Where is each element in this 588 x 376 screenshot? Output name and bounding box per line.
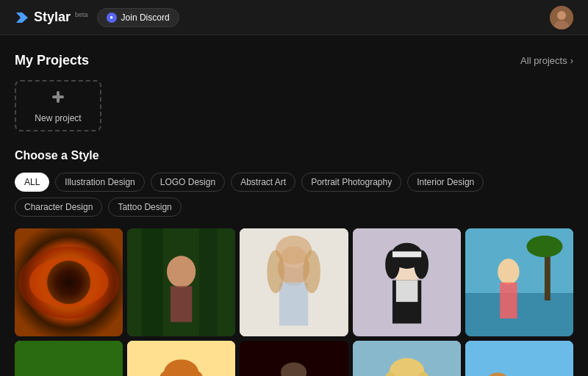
grid-item-beach[interactable] bbox=[465, 228, 573, 336]
grid-image-forest-girl bbox=[127, 228, 235, 336]
dark-fantasy-svg bbox=[240, 341, 348, 376]
all-projects-label: All projects bbox=[520, 55, 567, 66]
grid-image-fairy bbox=[15, 341, 123, 376]
fairy-svg bbox=[15, 341, 123, 376]
logo-beta: beta bbox=[75, 11, 88, 18]
filter-logo[interactable]: LOGO Design bbox=[151, 173, 225, 192]
svg-rect-5 bbox=[52, 95, 64, 98]
grid-image-animated bbox=[465, 341, 573, 376]
grid-item-blonde-kid[interactable] bbox=[353, 341, 461, 376]
new-project-plus-icon bbox=[50, 89, 66, 109]
grid-item-eye[interactable] bbox=[15, 228, 123, 336]
join-discord-button[interactable]: ● Join Discord bbox=[97, 8, 179, 27]
logo-text: Stylar bbox=[34, 10, 71, 25]
grid-image-eye bbox=[15, 228, 123, 336]
style-filters: ALL Illustration Design LOGO Design Abst… bbox=[15, 173, 573, 217]
svg-rect-19 bbox=[279, 283, 308, 326]
cute-girl-svg bbox=[127, 341, 235, 376]
svg-rect-36 bbox=[500, 283, 517, 319]
projects-section-title: My Projects bbox=[15, 53, 89, 68]
logo-icon bbox=[15, 10, 31, 26]
style-image-grid bbox=[15, 228, 573, 376]
grid-item-anime-maid[interactable] bbox=[353, 228, 461, 336]
grid-item-fairy[interactable] bbox=[15, 341, 123, 376]
new-project-label: New project bbox=[35, 113, 81, 123]
svg-point-21 bbox=[268, 250, 285, 293]
grid-image-blonde-kid bbox=[353, 341, 461, 376]
header: Stylar beta ● Join Discord bbox=[0, 0, 588, 35]
svg-point-8 bbox=[51, 264, 87, 300]
grid-image-anime-maid bbox=[353, 228, 461, 336]
header-left: Stylar beta ● Join Discord bbox=[15, 8, 179, 27]
svg-rect-30 bbox=[392, 251, 421, 257]
svg-point-34 bbox=[526, 236, 562, 257]
animated-svg bbox=[465, 341, 573, 376]
svg-rect-15 bbox=[171, 286, 192, 322]
svg-point-9 bbox=[58, 272, 79, 293]
grid-item-forest-girl[interactable] bbox=[127, 228, 235, 336]
main-content: My Projects All projects › New project C… bbox=[0, 35, 588, 376]
plus-icon-svg bbox=[50, 89, 66, 105]
grid-image-dark-fantasy bbox=[240, 341, 348, 376]
svg-point-7 bbox=[29, 257, 109, 308]
eye-svg bbox=[15, 228, 123, 336]
discord-icon: ● bbox=[107, 12, 117, 23]
new-project-card[interactable]: New project bbox=[15, 80, 101, 131]
watercolor-svg bbox=[240, 228, 348, 336]
user-avatar-image bbox=[550, 6, 573, 29]
svg-rect-31 bbox=[465, 228, 573, 293]
grid-item-cute-girl[interactable] bbox=[127, 341, 235, 376]
svg-point-35 bbox=[498, 258, 519, 284]
filter-character[interactable]: Character Design bbox=[15, 198, 102, 217]
all-projects-arrow: › bbox=[570, 55, 573, 66]
projects-section-header: My Projects All projects › bbox=[15, 53, 573, 68]
logo[interactable]: Stylar beta bbox=[15, 10, 88, 26]
svg-point-10 bbox=[71, 275, 77, 281]
svg-rect-32 bbox=[465, 293, 573, 336]
svg-rect-12 bbox=[142, 228, 163, 336]
style-section-title: Choose a Style bbox=[15, 149, 573, 162]
svg-rect-37 bbox=[15, 341, 123, 376]
filter-abstract[interactable]: Abstract Art bbox=[231, 173, 295, 192]
forest-girl-svg bbox=[127, 228, 235, 336]
filter-interior[interactable]: Interior Design bbox=[407, 173, 484, 192]
svg-point-22 bbox=[304, 250, 321, 293]
all-projects-link[interactable]: All projects › bbox=[520, 55, 573, 66]
grid-item-dark-fantasy[interactable] bbox=[240, 341, 348, 376]
grid-image-watercolor bbox=[240, 228, 348, 336]
beach-svg bbox=[465, 228, 573, 336]
svg-rect-65 bbox=[465, 341, 573, 376]
svg-rect-26 bbox=[395, 281, 417, 302]
anime-maid-svg bbox=[353, 228, 461, 336]
grid-image-cute-girl bbox=[127, 341, 235, 376]
avatar[interactable] bbox=[550, 6, 573, 29]
svg-point-14 bbox=[167, 256, 196, 287]
svg-marker-0 bbox=[16, 12, 28, 23]
join-discord-label: Join Discord bbox=[121, 12, 170, 23]
grid-item-animated[interactable] bbox=[465, 341, 573, 376]
filter-portrait[interactable]: Portrait Photography bbox=[301, 173, 401, 192]
grid-image-beach bbox=[465, 228, 573, 336]
filter-all[interactable]: ALL bbox=[15, 173, 49, 192]
grid-item-watercolor[interactable] bbox=[240, 228, 348, 336]
svg-point-2 bbox=[557, 11, 566, 20]
filter-illustration[interactable]: Illustration Design bbox=[55, 173, 144, 192]
blonde-kid-svg bbox=[353, 341, 461, 376]
filter-tattoo[interactable]: Tattoo Design bbox=[108, 198, 181, 217]
svg-rect-13 bbox=[199, 228, 218, 336]
